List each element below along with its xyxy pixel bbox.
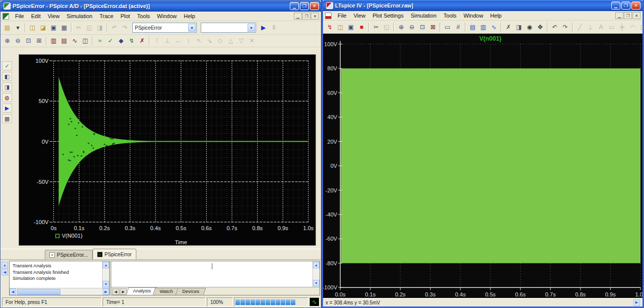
sim-settings-icon[interactable]: ◨ [2, 82, 12, 91]
scroll-down-icon[interactable]: ▼ [313, 280, 319, 286]
combo-dropdown-icon[interactable]: ▼ [188, 24, 196, 32]
pspice-menu-simulation[interactable]: Simulation [63, 13, 96, 20]
current-marker-icon[interactable]: ✗ [137, 36, 147, 46]
eval-measurement-icon[interactable]: ✓ [105, 36, 116, 46]
ltspice-menu-help[interactable]: Help [487, 12, 505, 19]
grid-side-icon[interactable]: ▩ [2, 114, 12, 123]
minimize-button[interactable]: ▁ [290, 2, 299, 10]
zoom-in-icon[interactable]: ⊕ [396, 22, 407, 32]
cut2-icon[interactable]: ✗ [503, 22, 514, 32]
doc-tab-pspiceerror[interactable]: ∿PSpiceError [93, 249, 136, 259]
add-trace-icon[interactable]: ≈ [95, 36, 105, 46]
pspice-menu-tools[interactable]: Tools [133, 13, 153, 20]
pspice-menu-file[interactable]: File [12, 13, 28, 20]
autorange-icon[interactable]: ▭ [442, 22, 453, 32]
fourier-icon[interactable]: ∿ [69, 36, 80, 46]
open-icon[interactable]: ◫ [335, 22, 346, 32]
new-file-icon[interactable]: ▤ [2, 23, 13, 33]
ltspice-menu-window[interactable]: Window [460, 12, 487, 19]
status-horizontal-scrollbar[interactable]: ◀ ▶ [10, 288, 109, 295]
probe-icon[interactable]: ◍ [2, 93, 12, 102]
scroll-thumb[interactable] [17, 289, 60, 295]
zoom-area-icon[interactable]: ⊡ [23, 36, 34, 46]
new-dropdown-icon[interactable]: ▾ [13, 23, 23, 33]
scroll-down-icon[interactable]: ▼ [103, 281, 109, 287]
pspice-plot[interactable]: 100V50V0V-50V-100V0s0.1s0.2s0.3s0.4s0.5s… [19, 54, 316, 246]
zoom-out-icon[interactable]: ⊖ [13, 36, 23, 46]
save-icon[interactable]: ▣ [48, 23, 59, 33]
run-icon[interactable]: ↯ [325, 22, 335, 32]
doc-tab-pspiceerror-[interactable]: ≡PSpiceError... [45, 250, 93, 259]
scroll-up-icon[interactable]: ▲ [103, 262, 109, 268]
ltspice-menu-file[interactable]: File [334, 12, 350, 19]
ltspice-plot[interactable]: 100V80V60V40V20V0V-20V-40V-60V-80V-100V0… [323, 34, 642, 298]
find-icon[interactable]: ◉ [524, 22, 535, 32]
open-simulation-icon[interactable]: ◪ [38, 23, 48, 33]
spice-error-log-icon[interactable]: ▥ [478, 22, 489, 32]
splitter-left-icon[interactable]: ◀ [2, 269, 8, 275]
mark-data-points-icon[interactable]: ◆ [116, 36, 126, 46]
pspice-menu-window[interactable]: Window [153, 13, 180, 20]
scroll-up-icon[interactable]: ▲ [313, 262, 319, 268]
child-minimize-button[interactable]: ▁ [615, 12, 623, 19]
splitter-up-icon[interactable]: ▲ [2, 262, 8, 268]
open-icon[interactable]: ◫ [27, 23, 38, 33]
minimize-button[interactable]: ▁ [611, 2, 620, 10]
print-icon[interactable]: ▦ [59, 23, 69, 33]
ltspice-menu-tools[interactable]: Tools [440, 12, 460, 19]
log-y-axis-icon[interactable]: ▤ [59, 36, 69, 46]
status-scroll-right-icon[interactable]: ▶ [633, 299, 640, 306]
check-schematic-icon[interactable]: ✓ [2, 61, 12, 70]
pspice-menu-trace[interactable]: Trace [96, 13, 117, 20]
combo-dropdown-icon2[interactable]: ▼ [248, 24, 255, 32]
ltspice-menu-simulation[interactable]: Simulation [407, 12, 440, 19]
sim-queue-icon[interactable]: ◧ [2, 72, 12, 81]
zoom-out-icon[interactable]: ⊖ [407, 22, 417, 32]
zoom-in-icon[interactable]: ⊕ [2, 36, 13, 46]
ltspice-titlebar[interactable]: LTspice IV - [PSpiceError.raw] ▁ ❐ ✕ [323, 0, 642, 11]
close-button[interactable]: ✕ [310, 2, 319, 10]
ltspice-menu-plot-settings[interactable]: Plot Settings [369, 12, 407, 19]
close-button[interactable]: ✕ [631, 2, 640, 10]
pspice-menu-help[interactable]: Help [180, 13, 199, 20]
plot-settings-icon[interactable]: ▤ [467, 22, 478, 32]
run-profile-combo[interactable]: ▼ [201, 23, 256, 33]
zoom-fit-icon[interactable]: ⊞ [34, 36, 44, 46]
cut-icon[interactable]: ✂ [371, 22, 381, 32]
child-restore-button[interactable]: ❐ [302, 13, 310, 20]
undo-icon[interactable]: ↶ [549, 22, 560, 32]
zoom-area-icon[interactable]: ⊡ [417, 22, 428, 32]
halt-icon[interactable]: ■ [356, 22, 367, 32]
grid-icon[interactable]: # [453, 22, 463, 32]
waveform-icon[interactable]: ∿ [489, 22, 499, 32]
child-close-button[interactable]: ✕ [632, 12, 640, 19]
child-close-button[interactable]: ✕ [311, 13, 319, 20]
simulation-profile-combo[interactable]: PSpiceError ▼ [132, 23, 197, 33]
child-restore-button[interactable]: ❐ [624, 12, 632, 19]
performance-analysis-icon[interactable]: ◫ [80, 36, 91, 46]
pspice-menu-view[interactable]: View [44, 13, 63, 20]
scroll-left-icon[interactable]: ◀ [10, 288, 16, 295]
redo-icon[interactable]: ↷ [560, 22, 571, 32]
move-icon[interactable]: ✥ [535, 22, 545, 32]
pspice-menu-edit[interactable]: Edit [28, 13, 44, 20]
run-icon[interactable]: ▶ [258, 23, 269, 33]
tab-scroll-left-icon[interactable]: ◀ [112, 288, 119, 295]
restore-button[interactable]: ❐ [300, 2, 309, 10]
run-side-icon[interactable]: ▶ [2, 104, 12, 113]
output-tab-devices[interactable]: Devices [176, 288, 206, 295]
pspice-menu-plot[interactable]: Plot [117, 13, 133, 20]
ltspice-menu-view[interactable]: View [350, 12, 369, 19]
status-vertical-scrollbar[interactable]: ▲ ▼ [102, 261, 109, 288]
restore-button[interactable]: ❐ [621, 2, 630, 10]
paste-icon[interactable]: ◨ [514, 22, 524, 32]
save-icon[interactable]: ▣ [346, 22, 356, 32]
log-x-axis-icon[interactable]: ▥ [48, 36, 59, 46]
pspice-titlebar[interactable]: PSpiceError - PSpice A/D - [PSpiceError.… [1, 1, 321, 12]
voltage-marker-icon[interactable]: ↯ [126, 36, 137, 46]
scroll-right-icon[interactable]: ▶ [103, 288, 109, 295]
zoom-full-icon[interactable]: ⊠ [428, 22, 438, 32]
analysis-output-body[interactable] [111, 261, 312, 287]
child-minimize-button[interactable]: ▁ [294, 13, 302, 20]
output-vertical-scrollbar[interactable]: ▲ ▼ [312, 261, 319, 287]
